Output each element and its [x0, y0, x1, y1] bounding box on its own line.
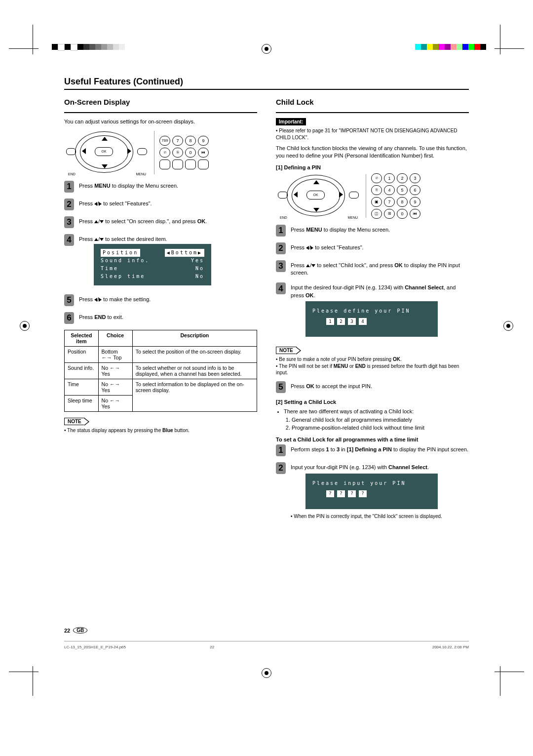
subhead-defining-pin: [1] Defining a PIN — [276, 164, 469, 170]
options-table: Selected itemChoiceDescription PositionB… — [64, 330, 257, 412]
step-text: Press / to select the desired item. Posi… — [79, 234, 257, 288]
step-text: Press / to select "Child lock", and pres… — [291, 260, 469, 277]
remote-illustration-right: OK END MENU ⎚123 ⎘456 ▣789 ◫⊞0 — [276, 173, 469, 219]
pin-define-box: Please define your PIN 1 2 3 4 — [305, 301, 438, 337]
section-heading-osd: On-Screen Display — [64, 98, 130, 106]
step-text: Press / to select "On screen disp.", and… — [79, 216, 257, 228]
step-text: Press / to select "Features". — [79, 199, 257, 210]
down-arrow-icon — [313, 208, 319, 212]
step-number: 4 — [276, 282, 286, 294]
step-number: 2 — [64, 199, 74, 210]
gray-bar-strip — [52, 44, 125, 50]
osd-preview-box: Position◀Bottom▶ Sound info.Yes TimeNo S… — [94, 244, 211, 285]
registration-target-top — [262, 44, 271, 54]
page-title: Useful Features (Continued) — [64, 77, 469, 90]
right-arrow-icon — [127, 148, 131, 154]
subhead-setting-childlock: [2] Setting a Child Lock — [276, 399, 469, 405]
right-arrow-icon — [339, 192, 343, 198]
step-text: Press MENU to display the Menu screen. — [291, 225, 469, 237]
step-number: 2 — [276, 462, 286, 474]
note-text: • Be sure to make a note of your PIN bef… — [276, 356, 469, 376]
pin-input-box: Please input your PIN ? ? ? ? — [305, 474, 438, 509]
step-text: Press END to exit. — [79, 312, 257, 324]
button-cluster-left: 789789 ⎚⎘0⏮ — [159, 136, 209, 169]
section-heading-childlock: Child Lock — [276, 98, 314, 106]
left-arrow-icon — [294, 192, 298, 198]
remote-illustration-left: OK END MENU 789789 ⎚⎘0⏮ — [64, 130, 257, 175]
step-number: 1 — [276, 225, 286, 237]
step-number: 3 — [64, 216, 74, 228]
end-label: END — [280, 216, 287, 219]
end-label: END — [68, 172, 76, 176]
note-text: • The status display appears by pressing… — [64, 427, 257, 434]
important-text: • Please refer to page 31 for "IMPORTANT… — [276, 127, 469, 141]
step-number: 5 — [276, 381, 286, 393]
step-number: 6 — [64, 312, 74, 324]
color-bar-strip — [415, 44, 486, 50]
step-text: Press MENU to display the Menu screen. — [79, 181, 257, 193]
note-flag: NOTE — [64, 418, 85, 425]
registration-target-left — [20, 321, 30, 331]
menu-label: MENU — [136, 172, 146, 176]
subhead-all-programmes: To set a Child Lock for all programmes w… — [276, 437, 469, 442]
childlock-intro: The Child lock function blocks the viewi… — [276, 145, 469, 159]
step-text: Input the desired four-digit PIN (e.g. 1… — [291, 282, 469, 341]
childlock-ways-list: There are two different ways of activati… — [284, 408, 469, 432]
note-flag: NOTE — [276, 347, 297, 354]
step-number: 2 — [276, 242, 286, 254]
numpad-cluster: ⎚123 ⎘456 ▣789 ◫⊞0⏮ — [371, 173, 420, 219]
step-text: Press / to select "Features". — [291, 242, 469, 254]
left-arrow-icon — [82, 148, 86, 154]
registration-target-bottom — [262, 668, 271, 678]
important-label: Important: — [276, 118, 306, 125]
page-number: 22 GB — [64, 627, 87, 634]
menu-label: MENU — [347, 216, 358, 219]
osd-intro: You can adjust various settings for on-s… — [64, 118, 257, 125]
down-arrow-icon — [102, 164, 108, 168]
step-text: Perform steps 1 to 3 in [1] Defining a P… — [291, 444, 469, 456]
step-text: Press / to make the setting. — [79, 294, 257, 306]
ok-button-icon: OK — [306, 191, 325, 199]
step-text: Input your four-digit PIN (e.g. 1234) wi… — [291, 462, 469, 519]
step-text: Press OK to accept the input PIN. — [291, 381, 469, 393]
ok-button-icon: OK — [95, 147, 113, 156]
step-number: 1 — [276, 444, 286, 456]
step-number: 3 — [276, 260, 286, 272]
up-arrow-icon — [102, 137, 108, 141]
up-arrow-icon — [313, 180, 319, 184]
step-number: 4 — [64, 234, 74, 246]
step-number: 1 — [64, 181, 74, 193]
footer-meta: LC-13_15_20SH1E_E_P19-24.p65 22 2004.10.… — [64, 645, 469, 649]
step-number: 5 — [64, 294, 74, 306]
registration-target-right — [503, 321, 513, 331]
